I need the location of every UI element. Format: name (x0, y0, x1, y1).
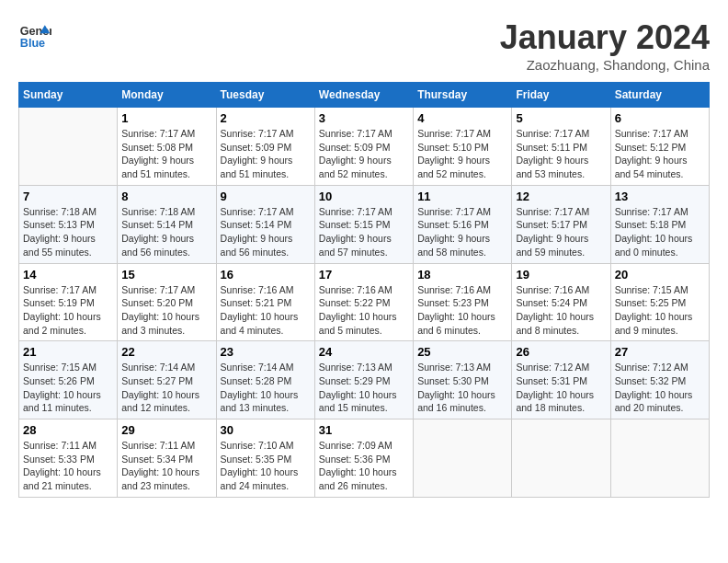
calendar-cell: 4Sunrise: 7:17 AM Sunset: 5:10 PM Daylig… (414, 108, 512, 186)
calendar-cell: 23Sunrise: 7:14 AM Sunset: 5:28 PM Dayli… (216, 341, 314, 419)
day-number: 27 (615, 345, 705, 359)
calendar-week-row: 1Sunrise: 7:17 AM Sunset: 5:08 PM Daylig… (19, 108, 710, 186)
calendar-header-row: SundayMondayTuesdayWednesdayThursdayFrid… (19, 83, 710, 108)
calendar-cell: 11Sunrise: 7:17 AM Sunset: 5:16 PM Dayli… (414, 185, 512, 263)
calendar-cell: 24Sunrise: 7:13 AM Sunset: 5:29 PM Dayli… (314, 341, 413, 419)
calendar-cell: 16Sunrise: 7:16 AM Sunset: 5:21 PM Dayli… (216, 263, 314, 341)
day-info: Sunrise: 7:14 AM Sunset: 5:28 PM Dayligh… (221, 361, 311, 415)
calendar-cell (414, 419, 512, 498)
day-info: Sunrise: 7:16 AM Sunset: 5:22 PM Dayligh… (319, 283, 409, 338)
day-number: 31 (319, 423, 409, 437)
day-number: 6 (615, 111, 705, 125)
day-number: 17 (319, 268, 409, 282)
calendar-week-row: 21Sunrise: 7:15 AM Sunset: 5:26 PM Dayli… (19, 341, 710, 419)
column-header-saturday: Saturday (610, 83, 709, 108)
day-info: Sunrise: 7:16 AM Sunset: 5:24 PM Dayligh… (516, 283, 606, 338)
calendar-cell: 13Sunrise: 7:17 AM Sunset: 5:18 PM Dayli… (610, 185, 709, 263)
day-number: 9 (221, 190, 311, 203)
day-number: 19 (516, 268, 606, 282)
calendar-cell: 1Sunrise: 7:17 AM Sunset: 5:08 PM Daylig… (118, 108, 216, 186)
calendar-cell: 31Sunrise: 7:09 AM Sunset: 5:36 PM Dayli… (314, 419, 413, 498)
column-header-tuesday: Tuesday (216, 83, 314, 108)
calendar-cell: 25Sunrise: 7:13 AM Sunset: 5:30 PM Dayli… (414, 341, 512, 419)
column-header-thursday: Thursday (414, 83, 512, 108)
calendar-cell: 3Sunrise: 7:17 AM Sunset: 5:09 PM Daylig… (314, 108, 413, 186)
page-header: General Blue January 2024 Zaozhuang, Sha… (18, 18, 710, 73)
column-header-wednesday: Wednesday (314, 83, 413, 108)
title-area: January 2024 Zaozhuang, Shandong, China (500, 18, 710, 73)
calendar-cell: 8Sunrise: 7:18 AM Sunset: 5:14 PM Daylig… (118, 185, 216, 263)
day-info: Sunrise: 7:18 AM Sunset: 5:13 PM Dayligh… (23, 205, 113, 259)
day-number: 29 (121, 423, 211, 437)
day-info: Sunrise: 7:17 AM Sunset: 5:11 PM Dayligh… (516, 127, 606, 181)
calendar-cell: 5Sunrise: 7:17 AM Sunset: 5:11 PM Daylig… (512, 108, 610, 186)
calendar-cell (610, 419, 709, 498)
day-info: Sunrise: 7:13 AM Sunset: 5:30 PM Dayligh… (417, 361, 507, 415)
column-header-sunday: Sunday (19, 83, 118, 108)
day-number: 1 (121, 111, 211, 125)
calendar-cell: 19Sunrise: 7:16 AM Sunset: 5:24 PM Dayli… (512, 263, 610, 341)
calendar-cell: 21Sunrise: 7:15 AM Sunset: 5:26 PM Dayli… (19, 341, 118, 419)
day-number: 20 (615, 268, 705, 282)
calendar-cell: 27Sunrise: 7:12 AM Sunset: 5:32 PM Dayli… (610, 341, 709, 419)
day-info: Sunrise: 7:11 AM Sunset: 5:33 PM Dayligh… (23, 439, 113, 493)
calendar-cell: 9Sunrise: 7:17 AM Sunset: 5:14 PM Daylig… (216, 185, 314, 263)
day-info: Sunrise: 7:17 AM Sunset: 5:16 PM Dayligh… (417, 205, 507, 259)
svg-text:Blue: Blue (20, 37, 45, 50)
day-info: Sunrise: 7:16 AM Sunset: 5:21 PM Dayligh… (221, 283, 311, 338)
day-number: 8 (121, 190, 211, 203)
day-info: Sunrise: 7:17 AM Sunset: 5:09 PM Dayligh… (319, 127, 409, 181)
calendar-cell: 26Sunrise: 7:12 AM Sunset: 5:31 PM Dayli… (512, 341, 610, 419)
calendar-cell (512, 419, 610, 498)
column-header-friday: Friday (512, 83, 610, 108)
day-info: Sunrise: 7:17 AM Sunset: 5:08 PM Dayligh… (121, 127, 211, 181)
day-number: 10 (319, 190, 409, 203)
day-number: 11 (417, 190, 507, 203)
day-info: Sunrise: 7:17 AM Sunset: 5:09 PM Dayligh… (221, 127, 311, 181)
day-info: Sunrise: 7:17 AM Sunset: 5:12 PM Dayligh… (615, 127, 705, 181)
month-title: January 2024 (500, 18, 710, 57)
day-number: 25 (417, 345, 507, 359)
day-number: 30 (221, 423, 311, 437)
day-info: Sunrise: 7:11 AM Sunset: 5:34 PM Dayligh… (121, 439, 211, 493)
day-info: Sunrise: 7:16 AM Sunset: 5:23 PM Dayligh… (417, 283, 507, 338)
day-number: 5 (516, 111, 606, 125)
day-info: Sunrise: 7:13 AM Sunset: 5:29 PM Dayligh… (319, 361, 409, 415)
calendar-cell: 12Sunrise: 7:17 AM Sunset: 5:17 PM Dayli… (512, 185, 610, 263)
day-number: 12 (516, 190, 606, 203)
day-info: Sunrise: 7:10 AM Sunset: 5:35 PM Dayligh… (221, 439, 311, 493)
day-number: 28 (23, 423, 113, 437)
calendar-cell (19, 108, 118, 186)
day-info: Sunrise: 7:15 AM Sunset: 5:26 PM Dayligh… (23, 361, 113, 415)
day-info: Sunrise: 7:17 AM Sunset: 5:10 PM Dayligh… (417, 127, 507, 181)
calendar-cell: 20Sunrise: 7:15 AM Sunset: 5:25 PM Dayli… (610, 263, 709, 341)
calendar-cell: 28Sunrise: 7:11 AM Sunset: 5:33 PM Dayli… (19, 419, 118, 498)
day-number: 13 (615, 190, 705, 203)
day-number: 3 (319, 111, 409, 125)
logo: General Blue (18, 18, 51, 52)
day-info: Sunrise: 7:14 AM Sunset: 5:27 PM Dayligh… (121, 361, 211, 415)
calendar-cell: 18Sunrise: 7:16 AM Sunset: 5:23 PM Dayli… (414, 263, 512, 341)
day-number: 15 (121, 268, 211, 282)
day-number: 18 (417, 268, 507, 282)
day-info: Sunrise: 7:12 AM Sunset: 5:31 PM Dayligh… (516, 361, 606, 415)
calendar-table: SundayMondayTuesdayWednesdayThursdayFrid… (18, 82, 710, 498)
calendar-cell: 15Sunrise: 7:17 AM Sunset: 5:20 PM Dayli… (118, 263, 216, 341)
day-info: Sunrise: 7:17 AM Sunset: 5:20 PM Dayligh… (121, 283, 211, 338)
calendar-week-row: 28Sunrise: 7:11 AM Sunset: 5:33 PM Dayli… (19, 419, 710, 498)
day-number: 2 (221, 111, 311, 125)
day-number: 16 (221, 268, 311, 282)
day-number: 22 (121, 345, 211, 359)
calendar-cell: 6Sunrise: 7:17 AM Sunset: 5:12 PM Daylig… (610, 108, 709, 186)
calendar-cell: 30Sunrise: 7:10 AM Sunset: 5:35 PM Dayli… (216, 419, 314, 498)
day-info: Sunrise: 7:17 AM Sunset: 5:14 PM Dayligh… (221, 205, 311, 259)
calendar-cell: 2Sunrise: 7:17 AM Sunset: 5:09 PM Daylig… (216, 108, 314, 186)
day-info: Sunrise: 7:12 AM Sunset: 5:32 PM Dayligh… (615, 361, 705, 415)
day-number: 14 (23, 268, 113, 282)
day-number: 4 (417, 111, 507, 125)
day-info: Sunrise: 7:18 AM Sunset: 5:14 PM Dayligh… (121, 205, 211, 259)
day-number: 21 (23, 345, 113, 359)
day-info: Sunrise: 7:17 AM Sunset: 5:18 PM Dayligh… (615, 205, 705, 259)
day-number: 24 (319, 345, 409, 359)
day-info: Sunrise: 7:17 AM Sunset: 5:15 PM Dayligh… (319, 205, 409, 259)
